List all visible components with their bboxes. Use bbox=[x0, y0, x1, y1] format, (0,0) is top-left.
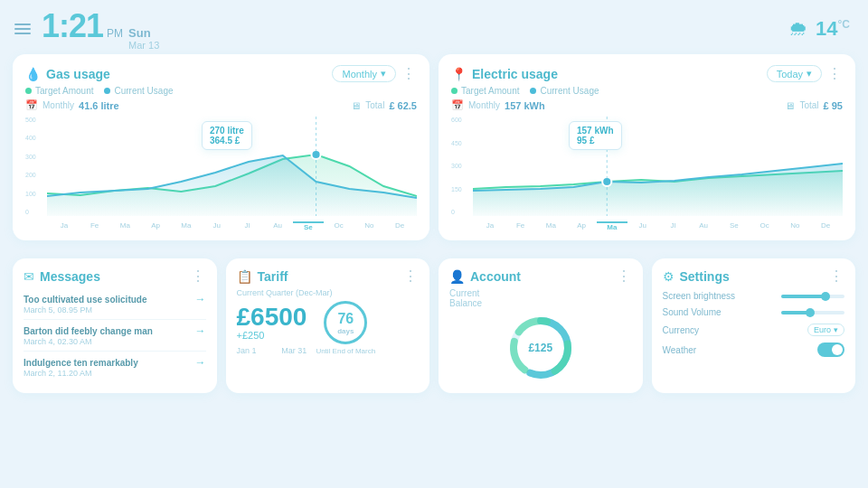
tariff-amount-group: £6500 +£250 Jan 1 Mar 31 bbox=[237, 301, 307, 355]
messages-title: Messages bbox=[40, 269, 100, 284]
tariff-icon: 📋 bbox=[237, 269, 252, 284]
bottom-grid: ✉ Messages ⋮ Too cultivated use solicitu… bbox=[0, 258, 868, 402]
account-labels: Current Balance bbox=[449, 288, 632, 308]
tariff-content: £6500 +£250 Jan 1 Mar 31 76 days Until E… bbox=[237, 301, 420, 355]
electric-monthly-stat: 📅 Monthly 157 kWh bbox=[451, 99, 545, 111]
gas-filter-dropdown[interactable]: Monthly ▾ bbox=[332, 65, 396, 82]
message-item-3[interactable]: Indulgence ten remarkably → March 2, 11.… bbox=[24, 352, 206, 382]
tariff-title-group: 📋 Tariff bbox=[237, 269, 288, 284]
account-more-button[interactable]: ⋮ bbox=[617, 267, 632, 285]
currency-select[interactable]: Euro ▾ bbox=[807, 324, 844, 336]
msg-arrow-2: → bbox=[195, 324, 206, 337]
current-dot bbox=[104, 88, 110, 94]
electric-y-axis: 600 450 300 150 0 bbox=[451, 117, 473, 215]
settings-icon: ⚙ bbox=[663, 269, 675, 284]
settings-more-button[interactable]: ⋮ bbox=[829, 267, 844, 285]
date-day: Sun bbox=[128, 26, 159, 40]
account-amount: £125 bbox=[528, 342, 552, 354]
account-title-group: 👤 Account bbox=[449, 269, 521, 284]
electric-header-right: Today ▾ ⋮ bbox=[767, 65, 843, 82]
message-item-2[interactable]: Barton did feebly change man → March 4, … bbox=[24, 320, 206, 352]
gas-more-button[interactable]: ⋮ bbox=[401, 65, 417, 82]
electric-legend: Target Amount Current Usage bbox=[451, 86, 843, 96]
volume-slider[interactable] bbox=[781, 311, 844, 314]
tariff-change: +£250 bbox=[237, 330, 307, 341]
setting-currency: Currency Euro ▾ bbox=[663, 324, 845, 336]
weather-icon: 🌧 bbox=[788, 17, 808, 41]
gas-tooltip: 270 litre 364.5 £ bbox=[202, 121, 252, 150]
electric-usage-card: 📍 Electric usage Today ▾ ⋮ Target Amount… bbox=[439, 54, 855, 240]
messages-title-group: ✉ Messages bbox=[24, 269, 100, 284]
tariff-period: Current Quarter (Dec-Mar) bbox=[237, 288, 420, 297]
gas-chart-area: 270 litre 364.5 £ Ja Fe Ma Ap Ma Ju Jl A… bbox=[47, 117, 417, 231]
electric-chart-area: 157 kWh 95 £ Ja Fe Ma Ap Ma Ju Jl Au Se … bbox=[473, 117, 843, 231]
time-display: 1:21 PM Sun Mar 13 bbox=[42, 7, 159, 51]
messages-more-button[interactable]: ⋮ bbox=[191, 267, 206, 285]
temperature: 14°C bbox=[816, 17, 850, 41]
electric-more-button[interactable]: ⋮ bbox=[827, 65, 843, 82]
tariff-days-group: 76 days Until End of March bbox=[316, 301, 375, 355]
electric-x-axis: Ja Fe Ma Ap Ma Ju Jl Au Se Oc No De bbox=[473, 221, 843, 231]
ecalendar-icon: 📅 bbox=[451, 99, 464, 111]
settings-card: ⚙ Settings ⋮ Screen brightness Sound Vol… bbox=[652, 258, 856, 393]
messages-header: ✉ Messages ⋮ bbox=[24, 267, 206, 285]
header-left: 1:21 PM Sun Mar 13 bbox=[14, 7, 159, 51]
date-full: Mar 13 bbox=[128, 40, 159, 51]
gas-header-right: Monthly ▾ ⋮ bbox=[332, 65, 417, 82]
electric-legend-target: Target Amount bbox=[451, 86, 519, 96]
electric-chart-container: 600 450 300 150 0 bbox=[451, 117, 843, 231]
gas-title-group: 💧 Gas usage bbox=[25, 67, 110, 81]
message-item-1[interactable]: Too cultivated use solicitude → March 5,… bbox=[24, 288, 206, 320]
gas-chart-container: 500 400 300 200 100 0 bbox=[25, 117, 417, 231]
tariff-more-button[interactable]: ⋮ bbox=[403, 267, 419, 285]
gas-usage-card: 💧 Gas usage Monthly ▾ ⋮ Target Amount Cu… bbox=[13, 54, 429, 240]
gas-monthly-stat: 📅 Monthly 41.6 litre bbox=[25, 99, 119, 111]
messages-icon: ✉ bbox=[24, 269, 34, 284]
ecurrent-dot bbox=[530, 88, 536, 94]
settings-header: ⚙ Settings ⋮ bbox=[663, 267, 845, 285]
setting-brightness: Screen brightness bbox=[663, 291, 845, 301]
date-display: Sun Mar 13 bbox=[128, 26, 159, 51]
header-right: 🌧 14°C bbox=[788, 17, 850, 41]
gas-total-stat: 🖥 Total £ 62.5 bbox=[351, 100, 417, 111]
tariff-title: Tariff bbox=[258, 269, 288, 284]
gas-legend: Target Amount Current Usage bbox=[25, 86, 417, 96]
total-icon: 🖥 bbox=[351, 100, 361, 111]
electric-title: Electric usage bbox=[472, 67, 558, 81]
dashboard: 💧 Gas usage Monthly ▾ ⋮ Target Amount Cu… bbox=[0, 54, 868, 258]
menu-button[interactable] bbox=[14, 23, 31, 34]
gas-icon: 💧 bbox=[25, 67, 41, 81]
messages-list: Too cultivated use solicitude → March 5,… bbox=[24, 288, 206, 382]
gas-legend-current: Current Usage bbox=[104, 86, 173, 96]
tariff-amount: £6500 bbox=[237, 305, 307, 330]
setting-weather: Weather bbox=[663, 343, 845, 357]
msg-arrow-3: → bbox=[195, 356, 206, 369]
gas-title: Gas usage bbox=[46, 67, 110, 81]
electric-card-header: 📍 Electric usage Today ▾ ⋮ bbox=[451, 65, 843, 82]
electric-tooltip: 157 kWh 95 £ bbox=[569, 121, 622, 150]
account-donut-container: £125 bbox=[449, 312, 632, 384]
tariff-dates: Jan 1 Mar 31 bbox=[237, 346, 307, 355]
electric-total-stat: 🖥 Total £ 95 bbox=[785, 100, 843, 111]
header: 1:21 PM Sun Mar 13 🌧 14°C bbox=[0, 0, 868, 54]
gas-stats: 📅 Monthly 41.6 litre 🖥 Total £ 62.5 bbox=[25, 99, 417, 111]
electric-title-group: 📍 Electric usage bbox=[451, 67, 558, 81]
electric-legend-current: Current Usage bbox=[530, 86, 599, 96]
settings-title-group: ⚙ Settings bbox=[663, 269, 730, 284]
days-circle: 76 days bbox=[324, 301, 367, 344]
gas-legend-target: Target Amount bbox=[25, 86, 93, 96]
electric-chart-svg bbox=[473, 117, 843, 216]
gas-x-axis: Ja Fe Ma Ap Ma Ju Jl Au Se Oc No De bbox=[47, 221, 417, 231]
account-card: 👤 Account ⋮ Current Balance £125 bbox=[439, 258, 643, 393]
time-value: 1:21 bbox=[42, 7, 103, 45]
etarget-dot bbox=[451, 88, 458, 94]
etotal-icon: 🖥 bbox=[785, 100, 795, 111]
brightness-slider[interactable] bbox=[781, 295, 844, 298]
time-ampm: PM bbox=[107, 27, 123, 40]
until-text: Until End of March bbox=[316, 347, 375, 355]
gas-y-axis: 500 400 300 200 100 0 bbox=[25, 117, 47, 215]
settings-title: Settings bbox=[680, 269, 730, 284]
weather-toggle[interactable] bbox=[817, 343, 844, 357]
account-title: Account bbox=[470, 269, 521, 284]
electric-filter-dropdown[interactable]: Today ▾ bbox=[767, 65, 822, 82]
